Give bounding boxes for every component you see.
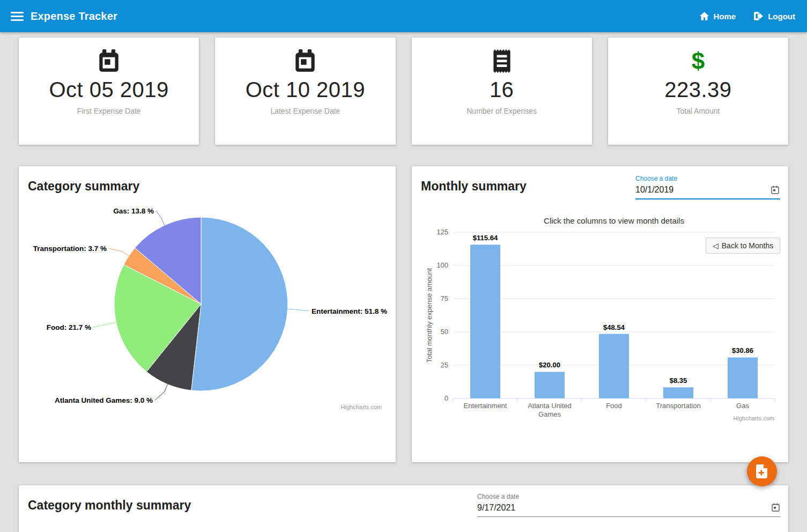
bar-value-label: $30.86 (732, 346, 753, 354)
category-monthly-date-field: Choose a date (477, 493, 781, 517)
summary-cards: Oct 05 2019 First Expense Date Oct 10 20… (19, 38, 788, 145)
monthly-summary-panel: Monthly summary Choose a date Click the … (412, 166, 788, 462)
pie-label-transportation: Transportation: 3.7 % (33, 245, 107, 253)
pie-slice-entertainment[interactable] (191, 217, 288, 391)
pie-label-connector-food (93, 322, 116, 327)
pie-label-connector-transportation (109, 248, 129, 256)
calendar-icon (97, 48, 121, 75)
pie-label-atlanta-united-games: Atlanta United Games: 9.0 % (55, 396, 153, 404)
category-summary-panel: Category summary Entertainment: 51.8 %At… (19, 166, 396, 462)
menu-icon[interactable] (11, 12, 24, 21)
card-label: Latest Expense Date (270, 107, 340, 115)
bar-food[interactable] (599, 334, 629, 398)
x-category-label: Atlanta United (528, 402, 572, 410)
bar-transportation[interactable] (663, 387, 693, 398)
add-expense-fab[interactable] (747, 456, 777, 486)
x-category-label: Games (538, 410, 561, 418)
category-pie-chart: Entertainment: 51.8 %Atlanta United Game… (19, 166, 396, 462)
pie-label-connector-gas (156, 211, 165, 225)
pie-label-entertainment: Entertainment: 51.8 % (312, 307, 387, 315)
dollar-icon: $ (692, 48, 705, 75)
bar-value-label: $115.64 (473, 234, 498, 242)
bar-value-label: $8.35 (670, 376, 687, 385)
category-monthly-summary-title: Category monthly summary (28, 498, 191, 513)
calendar-icon (293, 48, 317, 75)
bar-value-label: $20.00 (539, 361, 560, 369)
home-icon (700, 12, 709, 20)
x-category-label: Gas (736, 402, 749, 410)
pie-label-connector-atlanta-united-games (155, 385, 168, 401)
card-first-expense-date: Oct 05 2019 First Expense Date (19, 38, 199, 145)
pie-label-gas: Gas: 13.8 % (113, 207, 154, 215)
logout-icon (754, 12, 763, 20)
card-number-of-expenses: 16 Number of Expenses (412, 38, 592, 145)
category-monthly-date-input[interactable] (477, 500, 781, 517)
card-value: 16 (490, 78, 514, 102)
card-total-amount: $ 223.39 Total Amount (608, 38, 788, 145)
highcharts-credit[interactable]: Highcharts.com (734, 415, 774, 422)
y-tick-label: 50 (441, 328, 448, 336)
file-plus-icon (756, 464, 768, 478)
category-monthly-date-label: Choose a date (477, 493, 781, 500)
app-title: Expense Tracker (31, 10, 117, 23)
category-monthly-summary-panel: Category monthly summary Choose a date (19, 485, 788, 532)
nav-logout-label: Logout (768, 12, 795, 21)
x-category-label: Transportation (656, 402, 700, 410)
card-value: Oct 05 2019 (49, 78, 168, 102)
bar-entertainment[interactable] (470, 245, 500, 398)
x-category-label: Entertainment (464, 402, 507, 410)
bar-atlanta-united-games[interactable] (535, 372, 565, 398)
date-picker-icon[interactable] (772, 503, 780, 512)
highcharts-credit[interactable]: Highcharts.com (341, 404, 382, 410)
y-tick-label: 0 (445, 394, 448, 402)
card-latest-expense-date: Oct 10 2019 Latest Expense Date (215, 38, 395, 145)
x-category-label: Food (606, 402, 622, 410)
y-axis-title: Total monthly expense amount (425, 268, 433, 363)
nav-home[interactable]: Home (700, 12, 736, 21)
y-tick-label: 100 (436, 261, 448, 269)
pie-label-connector-entertainment (288, 309, 309, 311)
page: Expense Tracker Home Logout (0, 0, 807, 532)
bar-gas[interactable] (728, 357, 758, 398)
card-label: Total Amount (676, 107, 720, 115)
card-value: Oct 10 2019 (246, 78, 365, 102)
y-tick-label: 25 (441, 361, 448, 369)
card-value: 223.39 (664, 78, 731, 102)
app-header: Expense Tracker Home Logout (0, 0, 807, 32)
monthly-bar-chart: 0255075100125Total monthly expense amoun… (412, 166, 788, 462)
nav-logout[interactable]: Logout (754, 12, 795, 21)
y-tick-label: 75 (441, 294, 448, 302)
nav-home-label: Home (714, 12, 736, 21)
bar-value-label: $48.54 (603, 323, 625, 331)
receipt-icon (492, 48, 512, 75)
card-label: First Expense Date (77, 107, 141, 115)
pie-label-food: Food: 21.7 % (47, 323, 91, 331)
y-tick-label: 125 (436, 228, 448, 236)
header-nav: Home Logout (700, 12, 796, 21)
card-label: Number of Expenses (467, 107, 537, 115)
